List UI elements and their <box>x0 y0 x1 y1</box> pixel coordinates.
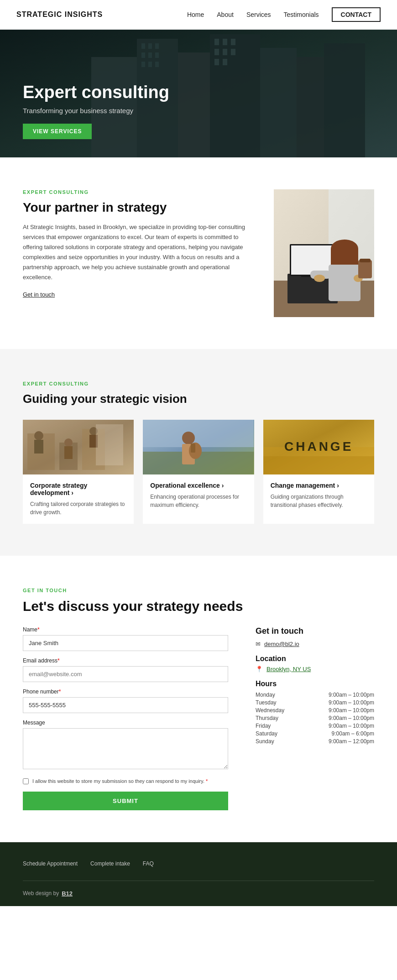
about-body: At Strategic Insights, based in Brooklyn… <box>23 222 246 283</box>
about-title: Your partner in strategy <box>23 200 246 215</box>
service-image-1 <box>23 420 134 474</box>
submit-button[interactable]: SUBMIT <box>23 792 228 810</box>
about-image <box>274 189 374 317</box>
svg-rect-13 <box>148 52 152 58</box>
hero-cta-button[interactable]: VIEW SERVICES <box>23 124 92 139</box>
hours-title: Hours <box>256 680 374 688</box>
about-section: EXPERT CONSULTING Your partner in strate… <box>0 157 397 349</box>
svg-rect-42 <box>360 259 371 262</box>
svg-rect-24 <box>214 59 219 65</box>
about-label: EXPERT CONSULTING <box>23 189 246 195</box>
location-link[interactable]: Brooklyn, NY US <box>266 666 311 672</box>
svg-rect-25 <box>223 59 227 65</box>
service-image-1-svg <box>23 420 134 474</box>
nav: Home About Services Testimonials CONTACT <box>187 7 381 22</box>
contact-email-item: ✉ demo@bl2.io <box>256 641 374 647</box>
footer: Schedule AppointmentComplete intakeFAQ W… <box>0 842 397 906</box>
service-title-1: Corporate strategy development› <box>30 482 126 496</box>
service-image-2-svg <box>143 420 254 474</box>
service-desc-3: Guiding organizations through transition… <box>271 493 367 509</box>
hours-row: Friday9:00am – 10:00pm <box>256 723 374 729</box>
name-field-group: Name* <box>23 626 228 651</box>
svg-rect-14 <box>155 52 159 58</box>
service-image-2 <box>143 420 254 474</box>
location-title: Location <box>256 655 374 663</box>
message-label: Message <box>23 719 228 726</box>
nav-about[interactable]: About <box>217 11 234 18</box>
svg-rect-54 <box>96 424 123 465</box>
contact-info-title: Get in touch <box>256 626 374 636</box>
contact-info: Get in touch ✉ demo@bl2.io Location 📍 Br… <box>256 626 374 810</box>
about-link[interactable]: Get in touch <box>23 291 55 298</box>
nav-testimonials[interactable]: Testimonials <box>284 11 319 18</box>
email-input[interactable] <box>23 666 228 682</box>
email-label: Email address* <box>23 657 228 664</box>
service-desc-2: Enhancing operational processes for maxi… <box>150 493 246 509</box>
service-body-2: Operational excellence› Enhancing operat… <box>143 474 254 516</box>
service-desc-1: Crafting tailored corporate strategies t… <box>30 500 126 516</box>
hours-row: Saturday9:00am – 6:00pm <box>256 730 374 737</box>
footer-divider <box>23 881 374 881</box>
footer-brand-link[interactable]: B12 <box>62 890 73 897</box>
svg-point-39 <box>314 275 325 282</box>
hours-row: Thursday9:00am – 10:00pm <box>256 715 374 721</box>
nav-services[interactable]: Services <box>246 11 271 18</box>
contact-form: Name* Email address* Phone number* Messa… <box>23 626 228 810</box>
svg-rect-20 <box>231 39 235 45</box>
phone-field-group: Phone number* <box>23 688 228 713</box>
service-image-3: CHANGE <box>263 420 374 474</box>
footer-link-item[interactable]: Complete intake <box>90 860 130 867</box>
about-image-svg <box>274 189 374 317</box>
service-body-3: Change management› Guiding organizations… <box>263 474 374 516</box>
contact-location-item: 📍 Brooklyn, NY US <box>256 666 374 672</box>
svg-rect-64 <box>263 456 374 474</box>
phone-label: Phone number* <box>23 688 228 695</box>
name-input[interactable] <box>23 635 228 651</box>
phone-input[interactable] <box>23 697 228 713</box>
svg-rect-21 <box>214 49 219 55</box>
hours-table: Monday9:00am – 10:00pmTuesday9:00am – 10… <box>256 692 374 745</box>
message-input[interactable] <box>23 728 228 769</box>
hours-row: Sunday9:00am – 12:00pm <box>256 738 374 745</box>
svg-point-58 <box>182 432 195 444</box>
svg-rect-23 <box>231 49 235 55</box>
services-label: EXPERT CONSULTING <box>23 381 374 386</box>
svg-rect-22 <box>223 49 227 55</box>
footer-link-item[interactable]: Schedule Appointment <box>23 860 78 867</box>
hours-row: Monday9:00am – 10:00pm <box>256 692 374 698</box>
svg-rect-36 <box>329 265 360 301</box>
service-image-3-svg: CHANGE <box>263 420 374 474</box>
svg-rect-10 <box>148 43 152 49</box>
svg-rect-35 <box>331 249 358 267</box>
logo: STRATEGIC INSIGHTS <box>16 10 103 19</box>
svg-rect-17 <box>155 62 159 67</box>
svg-text:CHANGE: CHANGE <box>284 439 353 454</box>
contact-section: GET IN TOUCH Let's discuss your strategy… <box>0 556 397 842</box>
svg-rect-3 <box>178 52 210 157</box>
service-card-1: Corporate strategy development› Crafting… <box>23 420 134 524</box>
service-card-3: CHANGE Change management› Guiding organi… <box>263 420 374 524</box>
footer-credit-prefix: Web design by <box>23 890 59 897</box>
footer-bottom: Web design by B12 <box>23 890 374 897</box>
service-title-2: Operational excellence› <box>150 482 246 489</box>
svg-rect-9 <box>141 43 145 49</box>
consent-checkbox[interactable] <box>23 778 29 784</box>
contact-email-link[interactable]: demo@bl2.io <box>264 641 299 647</box>
service-title-3: Change management› <box>271 482 367 489</box>
nav-home[interactable]: Home <box>187 11 204 18</box>
svg-rect-41 <box>358 260 372 278</box>
contact-grid: Name* Email address* Phone number* Messa… <box>23 626 374 810</box>
name-label: Name* <box>23 626 228 633</box>
about-text: EXPERT CONSULTING Your partner in strate… <box>23 189 246 298</box>
contact-label: GET IN TOUCH <box>23 588 374 593</box>
message-field-group: Message <box>23 719 228 771</box>
hero-subtitle: Transforming your business strategy <box>23 107 169 115</box>
email-field-group: Email address* <box>23 657 228 682</box>
footer-link-item[interactable]: FAQ <box>143 860 154 867</box>
nav-contact[interactable]: CONTACT <box>332 7 381 22</box>
services-section: EXPERT CONSULTING Guiding your strategic… <box>0 349 397 556</box>
svg-rect-61 <box>191 443 195 453</box>
email-icon: ✉ <box>256 641 261 647</box>
services-grid: Corporate strategy development› Crafting… <box>23 420 374 524</box>
location-icon: 📍 <box>256 666 263 672</box>
